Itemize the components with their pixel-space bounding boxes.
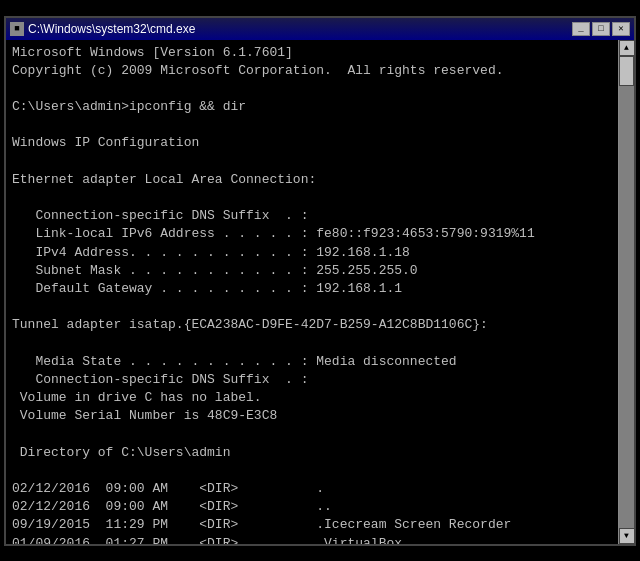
- scrollbar[interactable]: ▲ ▼: [618, 40, 634, 544]
- scrollbar-thumb[interactable]: [619, 56, 634, 86]
- window-title: C:\Windows\system32\cmd.exe: [28, 22, 195, 36]
- cmd-icon: ■: [10, 22, 24, 36]
- scroll-down-button[interactable]: ▼: [619, 528, 635, 544]
- titlebar: ■ C:\Windows\system32\cmd.exe _ □ ✕: [6, 18, 634, 40]
- content-area: Microsoft Windows [Version 6.1.7601] Cop…: [6, 40, 634, 544]
- titlebar-left: ■ C:\Windows\system32\cmd.exe: [10, 22, 195, 36]
- maximize-button[interactable]: □: [592, 22, 610, 36]
- minimize-button[interactable]: _: [572, 22, 590, 36]
- terminal-output[interactable]: Microsoft Windows [Version 6.1.7601] Cop…: [6, 40, 618, 544]
- scrollbar-track[interactable]: [619, 56, 634, 528]
- cmd-window: ■ C:\Windows\system32\cmd.exe _ □ ✕ Micr…: [4, 16, 636, 546]
- close-button[interactable]: ✕: [612, 22, 630, 36]
- titlebar-buttons: _ □ ✕: [572, 22, 630, 36]
- scroll-up-button[interactable]: ▲: [619, 40, 635, 56]
